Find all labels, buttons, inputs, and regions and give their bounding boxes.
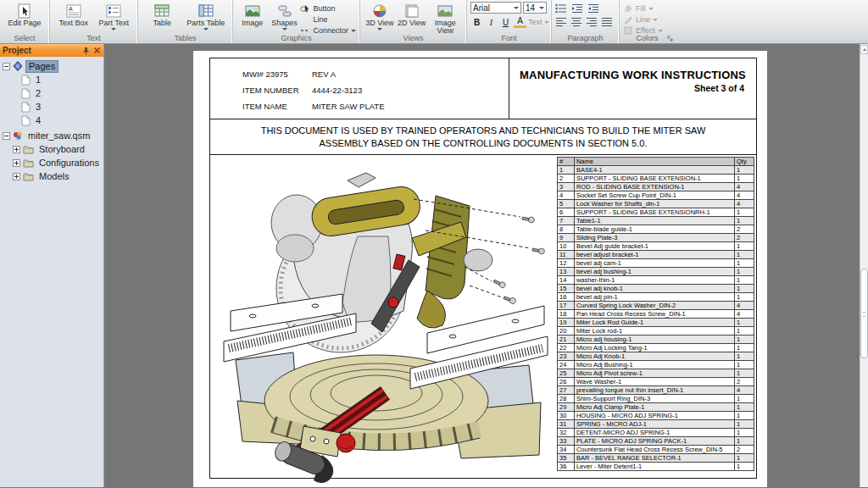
table-row[interactable]: 12bevel adj cam-11 xyxy=(558,259,754,268)
model-file-label[interactable]: miter_saw.qsm xyxy=(25,130,92,141)
parts-table-dropdown-icon[interactable] xyxy=(203,28,209,30)
shapes-button[interactable]: Shapes xyxy=(269,2,301,30)
3d-view-button[interactable]: 3D View xyxy=(364,2,396,30)
text-style-button[interactable]: Text xyxy=(528,16,549,28)
increase-indent-button[interactable] xyxy=(587,3,599,14)
document-page[interactable]: MWI# 23975 REV A ITEM NUMBER 4444-22-312… xyxy=(193,51,767,487)
pages-node-label[interactable]: Pages xyxy=(25,60,58,73)
table-row[interactable]: 8Table-blade guide-12 xyxy=(558,225,754,234)
connector-dropdown-icon[interactable] xyxy=(351,30,356,32)
table-row[interactable]: 36Lever - Miter Detent1-11 xyxy=(558,463,754,471)
collapse-icon[interactable] xyxy=(3,63,10,70)
table-row[interactable]: 25Micro Adj Pivot screw-11 xyxy=(558,369,754,378)
part-text-dropdown-icon[interactable] xyxy=(111,28,116,30)
table-row[interactable]: 19Miter Lock Rod Guide-11 xyxy=(558,319,754,327)
align-left-button[interactable] xyxy=(555,17,567,27)
table-row[interactable]: 32DETENT-MICRO ADJ SPRING-11 xyxy=(558,429,754,437)
align-right-button[interactable] xyxy=(586,17,598,27)
table-row[interactable]: 20Miter Lock rod-11 xyxy=(558,327,754,336)
page-item-label[interactable]: 1 xyxy=(33,75,43,86)
table-row[interactable]: 3ROD - SLIDING BASE EXTENSION-14 xyxy=(558,183,754,191)
table-row[interactable]: 2SUPPORT - SLIDING BASE EXTENSION-11 xyxy=(558,175,754,183)
collapse-icon[interactable] xyxy=(3,132,10,140)
page-item-label[interactable]: 4 xyxy=(33,115,43,126)
table-row[interactable]: 1BASE4-11 xyxy=(558,166,754,175)
scroll-up-button[interactable] xyxy=(860,45,868,54)
page-item-label[interactable]: 2 xyxy=(33,88,43,99)
table-row[interactable]: 21Micro adj housing-11 xyxy=(558,336,754,344)
decrease-indent-button[interactable] xyxy=(571,3,583,14)
table-row[interactable]: 4Socket Set Screw Cup Point_DIN-14 xyxy=(558,191,754,200)
table-row[interactable]: 22Micro Adj Locking Tang-11 xyxy=(558,344,754,352)
table-row[interactable]: 5Lock Washer for Shafts_din-14 xyxy=(558,200,754,208)
document-canvas[interactable]: MWI# 23975 REV A ITEM NUMBER 4444-22-312… xyxy=(104,44,860,487)
table-row[interactable]: 13bevel adj bushing-11 xyxy=(558,268,754,276)
expand-icon[interactable] xyxy=(13,173,20,180)
table-row[interactable]: 14washer-thin-11 xyxy=(558,276,754,285)
table-row[interactable]: 11bevel adjust bracket-11 xyxy=(558,251,754,259)
pin-icon[interactable] xyxy=(82,47,90,55)
table-row[interactable]: 28Shim-Support Ring_DIN-31 xyxy=(558,395,754,403)
tree-node-page-1[interactable]: 1 xyxy=(3,73,103,86)
scrollbar-thumb[interactable] xyxy=(860,269,868,358)
storyboard-label[interactable]: Storyboard xyxy=(36,144,87,155)
table-row[interactable]: 15bevel adj knob-11 xyxy=(558,285,754,293)
tree-node-configurations[interactable]: Configurations xyxy=(3,156,103,169)
align-justify-button[interactable] xyxy=(601,17,613,27)
table-row[interactable]: 9Sliding Plate-32 xyxy=(558,234,754,242)
tree-node-models[interactable]: Models xyxy=(3,169,103,183)
font-color-button[interactable]: A xyxy=(514,17,526,28)
tree-node-page-4[interactable]: 4 xyxy=(3,114,103,127)
configurations-label[interactable]: Configurations xyxy=(36,158,102,169)
page-item-label[interactable]: 3 xyxy=(33,102,43,113)
colors-dialog-launcher-icon[interactable] xyxy=(667,36,674,42)
table-row[interactable]: 23Micro Adj Knob-11 xyxy=(558,352,754,361)
bold-button[interactable]: B xyxy=(470,16,483,28)
table-row[interactable]: 7Table1-11 xyxy=(558,217,754,225)
button-tool[interactable]: Button xyxy=(300,3,356,14)
models-label[interactable]: Models xyxy=(36,171,71,182)
table-row[interactable]: 29Micro Adj Clamp Plate-11 xyxy=(558,403,754,412)
table-row[interactable]: 18Pan Head Cross Recess Screw_DIN-14 xyxy=(558,310,754,319)
tree-node-page-3[interactable]: 3 xyxy=(3,100,103,114)
part-text-button[interactable]: Part Text xyxy=(94,2,135,30)
italic-button[interactable]: I xyxy=(485,16,498,28)
parts-table-button[interactable]: Parts Table xyxy=(183,2,229,30)
tree-node-page-2[interactable]: 2 xyxy=(3,86,103,100)
close-panel-icon[interactable] xyxy=(93,47,101,54)
table-row[interactable]: 24Micro Adj Bushing-11 xyxy=(558,361,754,369)
parts-list-table[interactable]: # Name Qty 1BASE4-112SUPPORT - SLIDING B… xyxy=(557,157,754,471)
underline-button[interactable]: U xyxy=(499,16,512,28)
fill-color-button[interactable]: Fill xyxy=(623,3,663,14)
table-row[interactable]: 17Curved Spring Lock Washer_DIN-24 xyxy=(558,302,754,310)
table-row[interactable]: 16bevel adj pin-11 xyxy=(558,293,754,302)
table-row[interactable]: 34Countersunk Flat Head Cross Recess Scr… xyxy=(558,446,754,454)
edit-page-button[interactable]: Edit Page xyxy=(3,2,46,27)
tree-node-storyboard[interactable]: Storyboard xyxy=(3,142,103,156)
tree-node-model-file[interactable]: miter_saw.qsm xyxy=(3,129,103,142)
table-row[interactable]: 10Bevel Adj guide bracket-11 xyxy=(558,242,754,251)
image-view-button[interactable]: Image View xyxy=(427,2,463,35)
tree-node-pages[interactable]: Pages xyxy=(3,59,103,73)
shapes-dropdown-icon[interactable] xyxy=(282,28,287,30)
expand-icon[interactable] xyxy=(13,146,20,153)
text-box-button[interactable]: A Text Box xyxy=(53,2,94,27)
2d-view-button[interactable]: 2D View xyxy=(396,2,428,27)
table-button[interactable]: Table xyxy=(142,2,183,27)
table-row[interactable]: 30HOUSING - MICRO ADJ SPRING-11 xyxy=(558,412,754,420)
table-row[interactable]: 31SPRING - MICRO ADJ-11 xyxy=(558,420,754,429)
table-row[interactable]: 27prevailing torque nut thin insert_DIN-… xyxy=(558,386,754,395)
line-tool[interactable]: Line xyxy=(300,14,356,25)
align-center-button[interactable] xyxy=(570,17,582,27)
bullet-list-button[interactable] xyxy=(555,3,567,14)
3d-view-dropdown-icon[interactable] xyxy=(377,28,382,30)
table-row[interactable]: 26Wave Washer-12 xyxy=(558,378,754,386)
font-size-select[interactable]: 14 xyxy=(523,2,547,14)
table-row[interactable]: 6SUPPORT - SLIDING BASE EXTENSIONRH-11 xyxy=(558,208,754,217)
table-row[interactable]: 33PLATE - MICRO ADJ SPRING PACK-11 xyxy=(558,437,754,446)
vertical-scrollbar[interactable] xyxy=(860,44,868,487)
line-color-button[interactable]: Line xyxy=(623,14,663,25)
font-family-select[interactable]: Arial xyxy=(470,2,521,14)
table-row[interactable]: 35BAR - BEVEL RANGE SELECTOR-11 xyxy=(558,454,754,463)
image-button[interactable]: Image xyxy=(236,2,269,27)
